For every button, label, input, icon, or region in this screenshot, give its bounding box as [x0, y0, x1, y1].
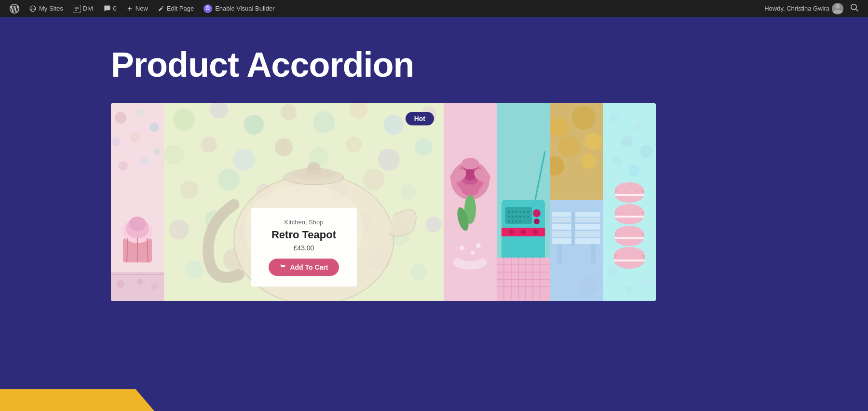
new-label: New [136, 5, 148, 12]
svg-point-160 [631, 192, 633, 194]
svg-point-38 [415, 138, 433, 156]
svg-point-36 [346, 137, 362, 153]
admin-bar: My Sites Divi 0 New Edit Page D Enable V… [0, 0, 868, 17]
svg-point-74 [461, 158, 479, 169]
svg-point-93 [515, 216, 517, 218]
adminbar-right-section: Howdy, Christina Gwira [764, 3, 863, 14]
svg-point-25 [244, 115, 264, 135]
add-to-cart-button[interactable]: Add To Cart [269, 259, 339, 276]
svg-point-161 [636, 190, 637, 192]
svg-point-106 [533, 230, 538, 234]
svg-point-166 [641, 277, 651, 287]
enable-vb-label: Enable Visual Builder [215, 5, 274, 12]
svg-point-89 [523, 211, 525, 213]
svg-point-170 [639, 145, 653, 158]
svg-point-32 [201, 137, 217, 153]
svg-point-125 [558, 136, 580, 157]
svg-point-138 [580, 278, 597, 295]
panel-bench[interactable] [550, 103, 603, 301]
svg-point-40 [218, 169, 240, 191]
svg-point-122 [550, 118, 569, 137]
svg-point-101 [533, 209, 541, 217]
svg-point-99 [515, 220, 517, 222]
plus-icon [126, 5, 133, 12]
wp-logo-icon [10, 4, 19, 14]
svg-point-23 [173, 109, 195, 131]
panel-teapot[interactable]: Hot Kitchen, Shop Retro Teapot £43.00 Ad… [164, 103, 444, 301]
comments-button[interactable]: 0 [98, 0, 122, 17]
svg-point-79 [460, 246, 464, 250]
add-to-cart-label: Add To Cart [290, 263, 328, 271]
avatar[interactable] [832, 3, 843, 14]
svg-point-97 [508, 220, 510, 222]
svg-point-169 [647, 263, 655, 272]
panel-radio[interactable] [497, 103, 550, 301]
accordion-wrapper: Hot Kitchen, Shop Retro Teapot £43.00 Ad… [111, 103, 656, 301]
svg-point-87 [515, 211, 517, 213]
svg-point-53 [426, 217, 442, 233]
svg-point-137 [557, 265, 571, 279]
svg-rect-154 [615, 237, 644, 239]
svg-point-86 [512, 211, 514, 213]
new-button[interactable]: New [122, 0, 153, 17]
comments-count: 0 [113, 5, 117, 12]
svg-rect-131 [552, 238, 600, 244]
wp-logo-button[interactable] [5, 0, 24, 17]
comments-icon [103, 5, 111, 13]
svg-point-159 [624, 191, 625, 192]
svg-rect-146 [615, 194, 644, 196]
svg-point-140 [610, 113, 620, 123]
radio-bg [497, 103, 550, 301]
svg-point-31 [164, 145, 184, 164]
svg-point-105 [521, 230, 526, 234]
svg-rect-130 [552, 231, 600, 237]
svg-point-9 [140, 157, 149, 165]
product-price: £43.00 [264, 244, 343, 252]
svg-point-80 [471, 251, 475, 255]
svg-point-141 [635, 123, 643, 131]
product-accordion: Hot Kitchen, Shop Retro Teapot £43.00 Ad… [111, 103, 656, 301]
svg-point-167 [625, 285, 633, 293]
svg-point-8 [118, 161, 128, 171]
svg-rect-135 [552, 218, 600, 222]
svg-point-39 [180, 181, 198, 199]
svg-point-123 [571, 106, 596, 130]
svg-point-65 [308, 162, 320, 170]
roses-bg [444, 103, 497, 301]
divi-circle-badge: D [203, 4, 212, 13]
svg-point-46 [169, 219, 189, 239]
svg-rect-134 [552, 212, 600, 217]
svg-point-2 [115, 112, 126, 123]
hot-badge: Hot [406, 112, 434, 125]
product-name: Retro Teapot [264, 229, 343, 241]
panel-cupcake[interactable] [111, 103, 164, 301]
svg-point-124 [584, 133, 602, 151]
svg-point-94 [519, 216, 521, 218]
my-sites-button[interactable]: My Sites [24, 0, 68, 17]
svg-point-165 [607, 266, 618, 278]
divi-button[interactable]: Divi [68, 0, 98, 17]
svg-point-6 [130, 132, 140, 142]
svg-rect-129 [552, 224, 600, 230]
product-category: Kitchen, Shop [264, 219, 343, 226]
svg-point-71 [464, 169, 476, 180]
svg-point-85 [508, 211, 510, 213]
product-card: Kitchen, Shop Retro Teapot £43.00 Add To… [251, 208, 357, 287]
svg-point-95 [523, 216, 525, 218]
search-button[interactable] [846, 4, 863, 13]
panel-macarons[interactable] [603, 103, 656, 301]
edit-page-button[interactable]: Edit Page [153, 0, 199, 17]
divi-label: Divi [83, 5, 94, 12]
svg-point-163 [634, 214, 635, 216]
svg-point-92 [512, 216, 514, 218]
svg-point-81 [476, 243, 481, 248]
svg-rect-136 [571, 212, 575, 246]
panel-roses[interactable] [444, 103, 497, 301]
my-sites-label: My Sites [39, 5, 63, 12]
svg-point-168 [605, 284, 610, 289]
my-sites-icon [29, 5, 37, 13]
svg-point-44 [363, 169, 385, 191]
svg-point-3 [136, 109, 144, 117]
enable-visual-builder-button[interactable]: D Enable Visual Builder [199, 4, 279, 13]
bench-bg [550, 103, 603, 301]
